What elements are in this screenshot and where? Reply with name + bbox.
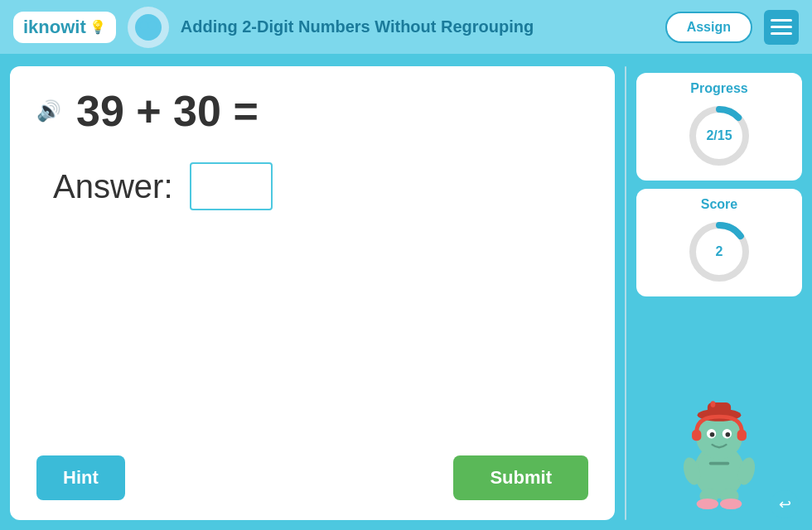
- svg-point-15: [726, 432, 731, 437]
- question-panel: 🔊 39 + 30 = Answer: Hint Submit: [10, 66, 615, 520]
- svg-rect-16: [692, 430, 701, 441]
- action-buttons: Hint Submit: [36, 455, 588, 500]
- svg-rect-24: [709, 462, 729, 465]
- hint-button[interactable]: Hint: [36, 455, 125, 500]
- question-row: 🔊 39 + 30 =: [36, 86, 588, 136]
- menu-line-2: [771, 26, 792, 28]
- lesson-title: Adding 2-Digit Numbers Without Regroupin…: [181, 17, 654, 36]
- stats-panel: Progress 2/15 Score 2: [636, 66, 802, 520]
- svg-rect-17: [737, 430, 747, 441]
- question-text: 39 + 30 =: [76, 86, 259, 136]
- submit-button[interactable]: Submit: [453, 455, 588, 500]
- answer-row: Answer:: [53, 162, 588, 210]
- panel-divider: [625, 66, 626, 520]
- score-circle: 2: [686, 219, 752, 285]
- svg-rect-11: [711, 401, 716, 407]
- answer-input[interactable]: [190, 162, 273, 210]
- back-button[interactable]: ↩: [771, 490, 799, 518]
- svg-point-14: [710, 432, 715, 437]
- svg-point-0: [135, 14, 162, 41]
- mascot-area: [665, 305, 773, 513]
- svg-point-2: [148, 22, 157, 30]
- back-icon: ↩: [779, 495, 791, 513]
- menu-line-1: [771, 19, 792, 22]
- logo-text: iknowit: [23, 17, 86, 38]
- score-box: Score 2: [636, 189, 802, 296]
- mascot-image: [665, 378, 773, 510]
- score-value: 2: [716, 244, 723, 259]
- main-content: 🔊 39 + 30 = Answer: Hint Submit Progress…: [0, 56, 812, 530]
- progress-value: 2/15: [706, 128, 732, 143]
- bulb-icon: 💡: [89, 19, 106, 35]
- svg-point-22: [697, 499, 718, 509]
- progress-box: Progress 2/15: [636, 73, 802, 181]
- sound-icon[interactable]: 🔊: [36, 99, 61, 123]
- svg-point-23: [720, 499, 742, 509]
- score-label: Score: [701, 197, 737, 212]
- answer-label: Answer:: [53, 168, 173, 205]
- progress-label: Progress: [690, 81, 747, 96]
- menu-line-3: [771, 32, 792, 35]
- app-header: iknowit 💡 Adding 2-Digit Numbers Without…: [0, 0, 812, 56]
- activity-icon: [128, 7, 169, 48]
- logo: iknowit 💡: [13, 12, 116, 43]
- progress-circle: 2/15: [686, 103, 752, 169]
- svg-point-1: [140, 22, 148, 30]
- assign-button[interactable]: Assign: [665, 12, 752, 43]
- menu-button[interactable]: [764, 10, 799, 45]
